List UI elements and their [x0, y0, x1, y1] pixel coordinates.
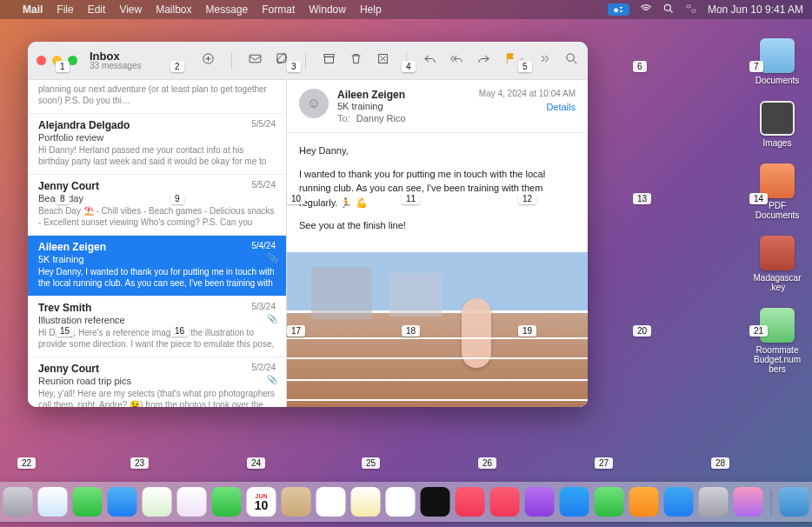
menu-window[interactable]: Window — [309, 3, 346, 16]
grid-marker-24: 24 — [247, 457, 265, 469]
menu-format[interactable]: Format — [262, 3, 295, 16]
reader-subject: 5K training — [337, 101, 470, 111]
desktop-item-pdf-documents[interactable]: PDF Documents — [753, 163, 802, 220]
details-link[interactable]: Details — [479, 102, 576, 112]
dock-app-maps[interactable] — [143, 487, 172, 517]
avatar: ☺ — [299, 89, 329, 118]
message-preview: Hi Danny! Herland passed me your contact… — [38, 144, 276, 167]
thumb-icon — [760, 236, 795, 270]
dock-app-safari[interactable] — [38, 487, 68, 517]
dock-app-photos[interactable] — [177, 487, 207, 517]
thumb-icon — [760, 163, 795, 198]
grid-marker-27: 27 — [595, 457, 613, 469]
fullscreen-button[interactable] — [68, 56, 77, 65]
compose-icon[interactable] — [275, 51, 290, 70]
reply-all-icon[interactable] — [449, 51, 464, 70]
grid-marker-28: 28 — [711, 457, 729, 469]
dock-app-contacts[interactable] — [282, 487, 311, 517]
menu-message[interactable]: Message — [206, 3, 249, 16]
list-item-truncated[interactable]: planning our next adventure (or at least… — [28, 80, 286, 114]
menu-view[interactable]: View — [119, 3, 142, 16]
dock-app-notes[interactable] — [351, 487, 381, 517]
desktop-item-label: Images — [763, 138, 792, 148]
dock-app-messages[interactable] — [73, 487, 103, 517]
dock-app-keynote[interactable] — [560, 487, 589, 517]
message-subject: 5K training — [38, 254, 276, 264]
svg-rect-7 — [325, 57, 334, 63]
message-subject: Portfolio review — [38, 132, 276, 143]
thumb-icon — [760, 101, 795, 136]
dock-app-tv[interactable] — [421, 487, 450, 517]
list-item[interactable]: Jenny Court5/2/24📎Reunion road trip pics… — [28, 357, 286, 407]
dock-app-freeform[interactable] — [386, 487, 416, 517]
app-menu[interactable]: Mail — [23, 3, 43, 16]
message-date: 5/5/24 — [251, 180, 276, 190]
dock-app-iphone-mirroring[interactable] — [734, 487, 763, 517]
list-item[interactable]: Alejandra Delgado5/5/24Portfolio reviewH… — [28, 114, 286, 175]
dock-app-reminders[interactable] — [316, 487, 346, 517]
message-subject: Illustration reference — [38, 315, 276, 325]
desktop-item-roommate-budget-numbers[interactable]: Roommate Budget.numbers — [753, 308, 802, 374]
dock-app-podcasts[interactable] — [525, 487, 555, 517]
desktop-item-label: Madagascar.key — [753, 273, 802, 292]
dock-app-appstore[interactable] — [664, 487, 694, 517]
desktop-item-images[interactable]: Images — [753, 101, 802, 148]
message-list[interactable]: planning our next adventure (or at least… — [28, 80, 287, 407]
message-date: 5/4/24 — [251, 241, 276, 250]
desktop-item-documents[interactable]: Documents — [753, 38, 802, 85]
voice-control-icon[interactable]: ●࿒ — [608, 3, 629, 16]
close-button[interactable] — [37, 56, 46, 65]
envelope-icon[interactable] — [248, 51, 263, 70]
attached-image[interactable] — [287, 252, 588, 408]
junk-icon[interactable] — [376, 51, 390, 70]
archive-icon[interactable] — [322, 51, 336, 70]
filter-icon[interactable] — [201, 51, 216, 70]
list-item[interactable]: Jenny Court5/5/24Beach dayBeach Day ⛱️ -… — [28, 175, 286, 236]
search-icon[interactable] — [564, 51, 579, 70]
dock-app-mail[interactable] — [108, 487, 137, 517]
list-item[interactable]: Aileen Zeigen5/4/24📎5K trainingHey Danny… — [28, 236, 286, 297]
message-subject: Reunion road trip pics — [38, 376, 276, 386]
message-date: 5/2/24 — [251, 363, 276, 372]
desktop-item-label: Roommate Budget.numbers — [753, 345, 802, 374]
menu-help[interactable]: Help — [360, 3, 382, 16]
svg-rect-2 — [692, 10, 696, 12]
dock-app-pages[interactable] — [629, 487, 659, 517]
dock-app-settings[interactable] — [699, 487, 729, 517]
mail-window: Inbox 33 messages planning our next adve… — [28, 42, 588, 407]
flag-icon[interactable] — [503, 51, 525, 70]
reply-icon[interactable] — [423, 51, 437, 70]
spotlight-icon[interactable] — [662, 3, 675, 17]
dock-app-numbers[interactable] — [595, 487, 624, 517]
dock-app-music[interactable] — [456, 487, 485, 517]
forward-icon[interactable] — [476, 51, 491, 70]
trash-icon[interactable] — [349, 51, 363, 70]
minimize-button[interactable] — [52, 56, 62, 65]
reader-sender: Aileen Zeigen — [337, 89, 470, 101]
dock-downloads-folder[interactable] — [780, 487, 809, 517]
more-icon[interactable] — [537, 51, 552, 70]
grid-marker-23: 23 — [130, 457, 149, 469]
wifi-icon[interactable] — [640, 3, 652, 17]
grid-marker-20: 20 — [633, 325, 651, 337]
thumb-icon — [760, 38, 795, 73]
dock-app-calendar[interactable]: JUN10 — [247, 487, 276, 517]
menu-mailbox[interactable]: Mailbox — [156, 3, 191, 16]
dock-app-facetime[interactable] — [212, 487, 242, 517]
grid-marker-25: 25 — [362, 457, 380, 469]
desktop-item-madagascar-key[interactable]: Madagascar.key — [753, 236, 802, 292]
message-sender: Aileen Zeigen — [38, 241, 276, 253]
menu-file[interactable]: File — [57, 3, 73, 16]
message-sender: Jenny Court — [38, 180, 276, 192]
reader-recipient: Danny Rico — [356, 113, 406, 123]
dock-app-news[interactable] — [490, 487, 520, 517]
svg-rect-1 — [687, 4, 691, 7]
message-sender: Trev Smith — [38, 302, 276, 314]
svg-rect-4 — [250, 55, 261, 63]
datetime[interactable]: Mon Jun 10 9:41 AM — [708, 3, 803, 16]
message-date: 5/5/24 — [251, 119, 276, 129]
control-center-icon[interactable] — [685, 3, 697, 17]
dock-app-launchpad[interactable] — [3, 487, 33, 517]
list-item[interactable]: Trev Smith5/3/24📎Illustration referenceH… — [28, 297, 286, 357]
menu-edit[interactable]: Edit — [88, 3, 106, 16]
